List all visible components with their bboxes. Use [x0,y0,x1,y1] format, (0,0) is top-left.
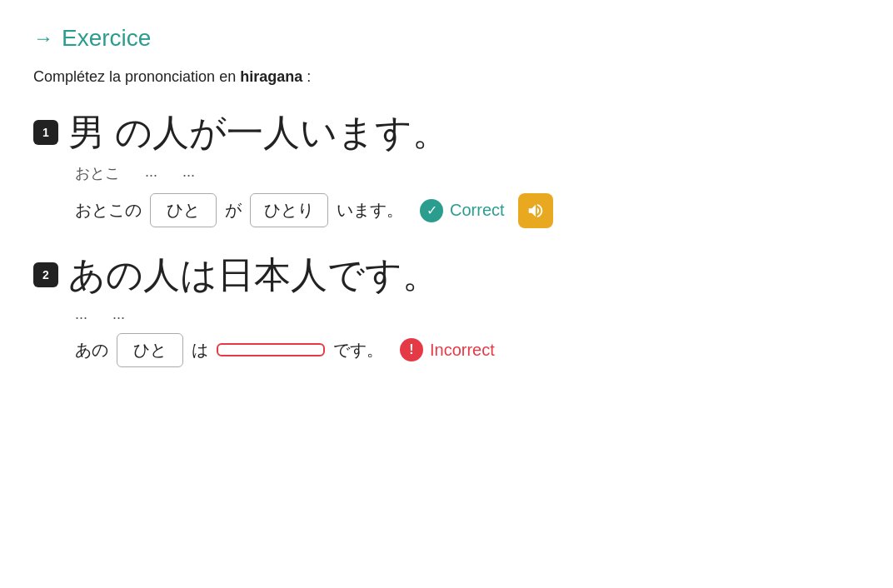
hint-1-2: ... [182,163,195,183]
status-incorrect-2: ! Incorrect [400,338,495,361]
separator-2-0: は [192,339,208,361]
hints-1: おとこ ... ... [75,163,860,183]
check-icon-1: ✓ [420,199,443,222]
page-header: → Exercice [33,25,860,52]
audio-button-1[interactable] [518,193,553,228]
answer-prefix-2: あの [75,339,108,361]
sentence-row-2: 2 あの人は日本人です。 [33,253,860,297]
answer-row-2: あの ひと は です。 ! Incorrect [75,333,860,367]
hint-2-1: ... [112,306,125,323]
answer-box-1-0[interactable]: ひと [150,193,217,227]
status-label-1: Correct [450,201,505,220]
answer-suffix-1: います。 [337,199,403,222]
answer-box-1-1[interactable]: ひとり [250,193,328,227]
instruction-prefix: Complétez la prononciation en [33,68,240,85]
number-badge-1: 1 [33,120,58,145]
instruction: Complétez la prononciation en hiragana : [33,68,860,86]
exclaim-icon-2: ! [400,338,423,361]
hint-1-0: おとこ [75,163,120,183]
sentence-row-1: 1 男 の人が一人います。 [33,111,860,155]
answer-box-2-0[interactable]: ひと [117,333,183,367]
separator-1-0: が [225,199,242,222]
japanese-sentence-2: あの人は日本人です。 [68,253,439,297]
arrow-icon: → [33,27,53,50]
instruction-suffix: : [302,68,311,85]
answer-row-1: おとこの ひと が ひとり います。 ✓ Correct [75,193,860,228]
answer-prefix-1: おとこの [75,199,142,222]
status-correct-1: ✓ Correct [420,199,505,222]
hint-2-0: ... [75,306,87,323]
hint-1-1: ... [145,163,157,183]
japanese-sentence-1: 男 の人が一人います。 [68,111,449,155]
hints-2: ... ... [75,306,860,323]
answer-box-2-1[interactable] [217,343,325,356]
exercise-1: 1 男 の人が一人います。 おとこ ... ... おとこの ひと が ひとり … [33,111,860,228]
speaker-icon [526,202,545,220]
page-title: Exercice [62,25,151,52]
exercise-2: 2 あの人は日本人です。 ... ... あの ひと は です。 ! Incor… [33,253,860,367]
number-badge-2: 2 [33,262,58,287]
instruction-bold: hiragana [240,68,302,85]
status-label-2: Incorrect [430,341,495,360]
answer-suffix-2: です。 [333,339,383,361]
